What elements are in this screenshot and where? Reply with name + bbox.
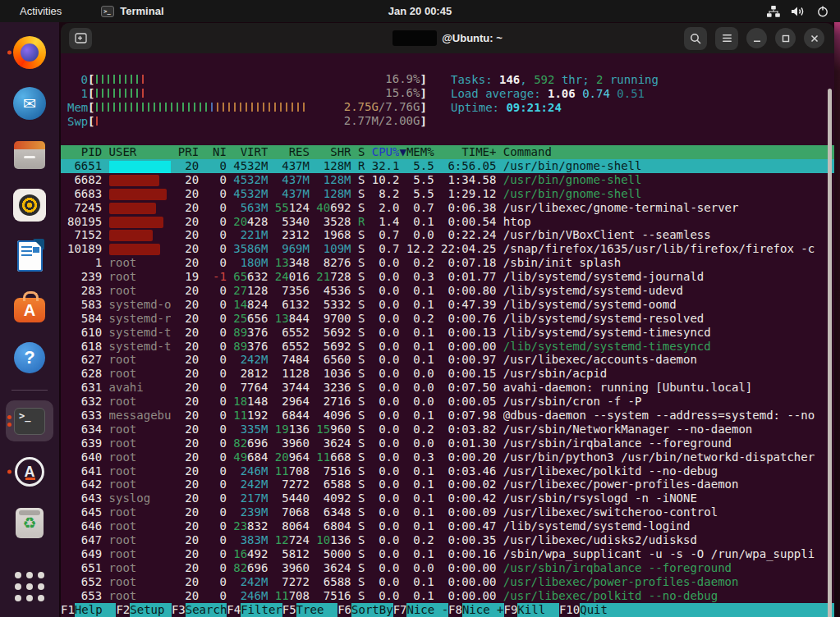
dock-item-files[interactable] bbox=[6, 134, 53, 175]
column-header-ni[interactable]: NI bbox=[206, 145, 227, 159]
process-row-584[interactable]: 584 systemd-r 20 0 25656 13844 9700 S 0.… bbox=[61, 312, 834, 326]
process-row-7152[interactable]: 7152 20 0 221M 2312 1968 S 0.7 0.0 0:22.… bbox=[61, 228, 834, 242]
minimize-button[interactable] bbox=[746, 28, 767, 48]
column-header-mem[interactable]: MEM% bbox=[406, 145, 434, 159]
process-row-646[interactable]: 646 root 20 0 23832 8064 6804 S 0.0 0.1 … bbox=[61, 519, 834, 533]
close-button[interactable] bbox=[804, 28, 824, 48]
process-row-283[interactable]: 283 root 20 0 27128 7356 4536 S 0.0 0.1 … bbox=[61, 284, 834, 298]
fkey-f7[interactable]: F7 bbox=[393, 603, 407, 617]
dock-item-terminal[interactable]: >_ bbox=[6, 400, 53, 441]
process-row-645[interactable]: 645 root 20 0 239M 7068 6348 S 0.0 0.1 0… bbox=[61, 505, 834, 519]
process-command: @dbus-daemon --system --address=systemd:… bbox=[503, 409, 834, 423]
process-command: /usr/libexec/polkitd --no-debug bbox=[503, 464, 834, 478]
fkey-f9[interactable]: F9 bbox=[504, 603, 518, 617]
menu-button[interactable] bbox=[715, 27, 738, 50]
search-button[interactable] bbox=[684, 27, 707, 50]
username-redaction bbox=[109, 203, 156, 214]
fkey-f8[interactable]: F8 bbox=[448, 603, 462, 617]
process-row-642[interactable]: 642 root 20 0 242M 7272 6588 S 0.0 0.1 0… bbox=[61, 478, 834, 491]
column-header-s[interactable]: S bbox=[358, 145, 365, 159]
fkey-f5[interactable]: F5 bbox=[282, 603, 296, 617]
dock-item-firefox[interactable] bbox=[6, 32, 53, 73]
fkey-label-setup[interactable]: Setup bbox=[130, 603, 172, 617]
column-header-pid[interactable]: PID bbox=[67, 145, 102, 159]
fkey-label-filter[interactable]: Filter bbox=[241, 603, 282, 617]
process-row-631[interactable]: 631 avahi 20 0 7764 3744 3236 S 0.0 0.0 … bbox=[61, 381, 834, 395]
function-key-bar: F1Help F2Setup F3SearchF4FilterF5Tree F6… bbox=[61, 603, 834, 617]
process-table-header[interactable]: PID USER PRI NI VIRT RES SHR S CPU%▼MEM%… bbox=[61, 145, 834, 159]
process-row-1[interactable]: 1 root 20 0 180M 13348 8276 S 0.0 0.2 0:… bbox=[61, 256, 834, 270]
dock-item-trash[interactable]: ♻ bbox=[6, 502, 53, 543]
process-row-639[interactable]: 639 root 20 0 82696 3960 3624 S 0.0 0.0 … bbox=[61, 436, 834, 450]
process-row-647[interactable]: 647 root 20 0 383M 12724 10136 S 0.0 0.2… bbox=[61, 533, 834, 547]
process-row-618[interactable]: 618 systemd-t 20 0 89376 6552 5692 S 0.0… bbox=[61, 340, 834, 354]
process-row-649[interactable]: 649 root 20 0 16492 5812 5000 S 0.0 0.1 … bbox=[61, 547, 834, 561]
process-row-80195[interactable]: 80195 20 0 20428 5340 3528 R 1.4 0.1 0:0… bbox=[61, 215, 834, 229]
username-redaction bbox=[109, 175, 159, 186]
process-row-651[interactable]: 651 root 20 0 82696 3960 3624 S 0.0 0.0 … bbox=[61, 561, 834, 575]
dock-item-thunderbird[interactable]: ✉ bbox=[6, 83, 53, 124]
column-header-res[interactable]: RES bbox=[275, 145, 310, 159]
process-row-627[interactable]: 627 root 20 0 242M 7484 6560 S 0.0 0.1 0… bbox=[61, 353, 834, 367]
fkey-f10[interactable]: F10 bbox=[559, 603, 580, 617]
column-header-cpu[interactable]: CPU% bbox=[372, 145, 400, 159]
dock-item-app-grid[interactable] bbox=[6, 566, 53, 607]
fkey-label-nice[interactable]: Nice + bbox=[462, 603, 504, 617]
process-row-6682[interactable]: 6682 20 0 4532M 437M 128M S 10.2 5.5 1:3… bbox=[61, 173, 834, 187]
process-row-583[interactable]: 583 systemd-o 20 0 14824 6132 5332 S 0.0… bbox=[61, 298, 834, 312]
fkey-f3[interactable]: F3 bbox=[172, 603, 186, 617]
fkey-label-kill[interactable]: Kill bbox=[517, 603, 559, 617]
process-row-653[interactable]: 653 root 20 0 246M 11708 7516 S 0.0 0.1 … bbox=[61, 589, 834, 603]
fkey-f1[interactable]: F1 bbox=[61, 603, 75, 617]
column-header-shr[interactable]: SHR bbox=[316, 145, 351, 159]
column-header-user[interactable]: USER bbox=[109, 145, 172, 159]
maximize-button[interactable] bbox=[775, 28, 796, 48]
process-row-652[interactable]: 652 root 20 0 242M 7272 6588 S 0.0 0.1 0… bbox=[61, 575, 834, 589]
column-header-command[interactable]: Command bbox=[503, 145, 834, 159]
process-row-632[interactable]: 632 root 20 0 18148 2964 2716 S 0.0 0.0 … bbox=[61, 395, 834, 409]
fkey-f6[interactable]: F6 bbox=[337, 603, 351, 617]
fkey-label-nice[interactable]: Nice - bbox=[406, 603, 448, 617]
process-command: /lib/systemd/systemd-timesyncd bbox=[503, 340, 834, 354]
process-row-641[interactable]: 641 root 20 0 246M 11708 7516 S 0.0 0.1 … bbox=[61, 464, 834, 478]
activities-button[interactable]: Activities bbox=[15, 3, 67, 19]
window-titlebar[interactable]: @Ubuntu: ~ bbox=[61, 23, 834, 53]
username-redaction bbox=[109, 161, 172, 173]
fkey-label-search[interactable]: Search bbox=[186, 603, 227, 617]
column-header-pri[interactable]: PRI bbox=[178, 145, 199, 159]
focused-app-indicator[interactable]: >_ Terminal bbox=[101, 5, 163, 17]
scrollbar[interactable] bbox=[828, 89, 832, 617]
process-row-6683[interactable]: 6683 20 0 4532M 437M 128M S 8.2 5.5 1:29… bbox=[61, 187, 834, 201]
fkey-label-sortby[interactable]: SortBy bbox=[351, 603, 393, 617]
fkey-f2[interactable]: F2 bbox=[116, 603, 130, 617]
process-row-610[interactable]: 610 systemd-t 20 0 89376 6552 5692 S 0.0… bbox=[61, 326, 834, 340]
process-command: /lib/systemd/systemd-oomd bbox=[503, 298, 834, 312]
terminal-app-icon: >_ bbox=[101, 6, 114, 17]
dock-item-software-updater[interactable]: A bbox=[6, 451, 53, 492]
process-row-640[interactable]: 640 root 20 0 49684 20964 11668 S 0.0 0.… bbox=[61, 450, 834, 464]
meter-swp: Swp[2.77M/2.00G] bbox=[67, 114, 427, 128]
column-header-virt[interactable]: VIRT bbox=[233, 145, 268, 159]
process-row-634[interactable]: 634 root 20 0 335M 19136 15960 S 0.0 0.2… bbox=[61, 423, 834, 436]
process-row-239[interactable]: 239 root 19 -1 65632 24016 21728 S 0.0 0… bbox=[61, 270, 834, 284]
dock-item-help[interactable]: ? bbox=[6, 337, 53, 378]
fkey-label-quit[interactable]: Quit bbox=[580, 603, 622, 617]
system-status-area[interactable] bbox=[767, 6, 829, 17]
process-row-628[interactable]: 628 root 20 0 2812 1128 1036 S 0.0 0.0 0… bbox=[61, 367, 834, 381]
process-row-633[interactable]: 633 messagebu 20 0 11192 6844 4096 S 0.0… bbox=[61, 409, 834, 423]
fkey-label-tree[interactable]: Tree bbox=[296, 603, 338, 617]
column-header-time[interactable]: TIME+ bbox=[441, 145, 496, 159]
dock-item-rhythmbox[interactable] bbox=[6, 185, 53, 226]
process-row-6651[interactable]: 6651 20 0 4532M 437M 128M R 32.1 5.5 6:5… bbox=[61, 159, 834, 173]
process-command: /usr/libexec/gnome-terminal-server bbox=[503, 201, 834, 215]
process-command: /usr/sbin/irqbalance --foreground bbox=[503, 436, 834, 450]
process-row-643[interactable]: 643 syslog 20 0 217M 5440 4092 S 0.0 0.1… bbox=[61, 491, 834, 505]
new-tab-button[interactable] bbox=[69, 28, 92, 49]
fkey-label-help[interactable]: Help bbox=[75, 603, 117, 617]
process-row-10189[interactable]: 10189 20 0 3586M 969M 109M S 0.7 12.2 22… bbox=[61, 242, 834, 256]
dock-item-libreoffice-writer[interactable] bbox=[6, 235, 53, 277]
process-row-7245[interactable]: 7245 20 0 563M 55124 40692 S 2.0 0.7 0:0… bbox=[61, 201, 834, 215]
dock-item-ubuntu-software[interactable]: A bbox=[6, 286, 53, 327]
process-command: avahi-daemon: running [Ubuntu.local] bbox=[503, 381, 834, 395]
fkey-f4[interactable]: F4 bbox=[227, 603, 241, 617]
